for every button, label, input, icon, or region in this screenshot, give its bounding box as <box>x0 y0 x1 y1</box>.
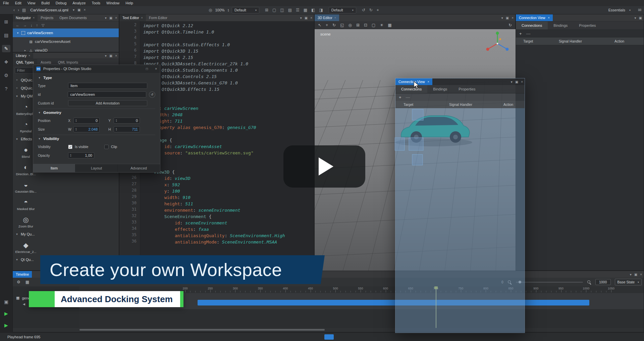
animation-icon[interactable]: ▦ <box>25 280 29 284</box>
bounds-icon[interactable]: ◫ <box>280 8 284 12</box>
tab-timeline[interactable]: Timeline <box>13 271 32 278</box>
light-icon[interactable]: ☀ <box>380 23 383 27</box>
select-tool-icon[interactable]: ↖ <box>318 23 321 27</box>
tools-icon[interactable]: ⚙ <box>2 72 10 79</box>
feedback-icon[interactable]: ✉ <box>638 8 641 12</box>
popout-icon[interactable]: ▣ <box>109 54 112 58</box>
snap-toggle-icon[interactable]: ⊞ <box>356 23 360 27</box>
add-connection-icon[interactable]: + <box>399 95 401 100</box>
chevron-down-icon[interactable]: ▾ <box>105 54 107 58</box>
tab-properties[interactable]: Properties <box>573 21 601 29</box>
move-down-icon[interactable]: ↓ <box>31 23 33 27</box>
menu-tools[interactable]: Tools <box>89 0 103 6</box>
library-item-electriccar-2[interactable]: ◆Electriccar_2... <box>15 238 37 256</box>
move-up-icon[interactable]: ↑ <box>36 23 38 27</box>
expander-icon[interactable]: ▾ <box>38 76 41 79</box>
close-icon[interactable]: × <box>115 54 117 58</box>
expander-icon[interactable]: ▾ <box>15 258 18 261</box>
reset-view-icon[interactable]: ↻ <box>508 23 512 27</box>
welcome-icon[interactable]: ⊞ <box>2 18 10 25</box>
expander-icon[interactable]: ▸ <box>23 49 27 52</box>
rotate-tool-icon[interactable]: ↻ <box>332 23 336 27</box>
filter-icon[interactable]: ▽ <box>42 23 44 27</box>
file-close-icon[interactable]: × <box>84 8 86 12</box>
add-connection-icon[interactable]: + <box>519 31 522 36</box>
anchors-icon[interactable]: ▤ <box>288 8 292 12</box>
file-dropdown-icon[interactable]: ▾ <box>73 8 74 12</box>
extensions-icon[interactable]: ❖ <box>2 58 10 66</box>
zoom-stepper[interactable]: ▴▾ <box>228 8 229 12</box>
popout-icon[interactable]: ▣ <box>305 16 308 20</box>
close-icon[interactable]: × <box>155 67 157 71</box>
library-item-gaussian-blu[interactable]: ◒Gaussian Blu... <box>15 178 37 195</box>
edit-pencil-icon[interactable]: ✎ <box>2 45 10 52</box>
expander-icon[interactable]: ▾ <box>15 94 18 98</box>
type-field[interactable]: Item <box>68 83 147 89</box>
tab-layout[interactable]: Layout <box>75 164 118 172</box>
workspace-selector[interactable]: Essentials ▾ <box>606 7 633 13</box>
tab-connections[interactable]: Connections <box>516 21 548 29</box>
tab-bindings[interactable]: Bindings <box>427 85 453 93</box>
style-selector[interactable]: Default ▾ <box>232 7 259 13</box>
output-console-icon[interactable]: ▣ <box>2 298 10 305</box>
tab-open-documents[interactable]: Open Documents <box>56 14 90 21</box>
plus-icon[interactable]: + <box>15 86 18 90</box>
tree-item-view3d[interactable]: ▸△view3D <box>13 46 119 52</box>
menu-edit[interactable]: Edit <box>12 0 24 6</box>
height-field[interactable]: ▴▾ 711 <box>114 126 140 132</box>
guides-icon[interactable]: ▢ <box>272 8 276 12</box>
clip-checkbox[interactable]: ✓ <box>104 145 109 149</box>
close-icon[interactable]: × <box>33 16 35 19</box>
library-item-zoom-blur[interactable]: ◎Zoom Blur <box>15 213 37 230</box>
menu-debug[interactable]: Debug <box>53 0 69 6</box>
expander-icon[interactable]: ▾ <box>38 111 41 114</box>
tab-item[interactable]: Item <box>33 164 75 172</box>
tree-item-carviewscreen[interactable]: ▾carViewScreen <box>13 28 119 37</box>
section-visibility[interactable]: ▾ Visibility <box>38 135 155 142</box>
split-left-icon[interactable]: ◧ <box>311 8 315 12</box>
spinner-arrows-icon[interactable]: ▴▾ <box>116 128 117 131</box>
zoom-level[interactable]: 100% <box>215 8 224 12</box>
tab-text-editor[interactable]: Text Editor× <box>119 14 146 21</box>
popout-icon[interactable]: ▣ <box>506 16 509 20</box>
popout-icon[interactable]: ▣ <box>109 16 112 20</box>
menu-analyze[interactable]: Analyze <box>69 0 89 6</box>
snap-grid-icon[interactable]: ⊞ <box>265 8 268 12</box>
y-position-field[interactable]: ▴▾ 0 <box>114 118 140 124</box>
close-icon[interactable]: × <box>334 16 336 19</box>
scale-tool-icon[interactable]: ◱ <box>340 23 344 27</box>
spinner-arrows-icon[interactable]: ▴▾ <box>75 128 76 131</box>
menu-help[interactable]: Help <box>122 0 136 6</box>
tree-item-carviewscreenasset[interactable]: ▨carViewScreenAsset <box>13 37 119 46</box>
chevron-down-icon[interactable]: ▾ <box>635 16 636 20</box>
file-popout-icon[interactable]: ▣ <box>77 8 80 12</box>
library-item-masked-blur[interactable]: ◓Masked Blur <box>15 195 37 213</box>
close-icon[interactable]: × <box>310 16 312 20</box>
tab-form-editor[interactable]: Form Editor <box>146 14 170 21</box>
expander-icon[interactable]: ▾ <box>38 137 41 140</box>
state-selector[interactable]: Base State ▾ <box>615 279 642 285</box>
close-icon[interactable]: × <box>29 54 30 57</box>
design-icon[interactable]: ▤ <box>2 31 10 39</box>
remove-connection-icon[interactable]: — <box>526 31 531 36</box>
tab-advanced[interactable]: Advanced <box>118 164 160 172</box>
camera-icon[interactable]: ▢ <box>372 23 375 27</box>
expander-icon[interactable]: ▾ <box>16 31 19 35</box>
timeline-settings-icon[interactable]: ⚙ <box>17 280 20 284</box>
move-left-icon[interactable]: ← <box>16 23 19 27</box>
tab-3d-editor[interactable]: 3D Editor× <box>315 14 339 21</box>
opacity-field[interactable]: ▴▾ 1,00 <box>68 152 94 158</box>
annotation-icon[interactable]: ⌖ <box>377 8 379 12</box>
tab-projects[interactable]: Projects <box>38 14 56 21</box>
close-icon[interactable]: × <box>428 80 429 83</box>
remove-connection-icon[interactable]: — <box>406 95 410 100</box>
forward-icon[interactable]: › <box>18 8 19 12</box>
zoom-in-icon[interactable] <box>587 280 591 284</box>
section-type[interactable]: ▾ Type <box>38 74 155 81</box>
close-icon[interactable]: × <box>548 16 550 19</box>
menu-build[interactable]: Build <box>38 0 52 6</box>
chevron-down-icon[interactable]: ▾ <box>300 16 302 20</box>
add-annotation-button[interactable]: Add Annotation <box>68 100 147 106</box>
run-icon[interactable]: ▶ <box>2 310 10 317</box>
close-icon[interactable]: × <box>640 273 642 276</box>
